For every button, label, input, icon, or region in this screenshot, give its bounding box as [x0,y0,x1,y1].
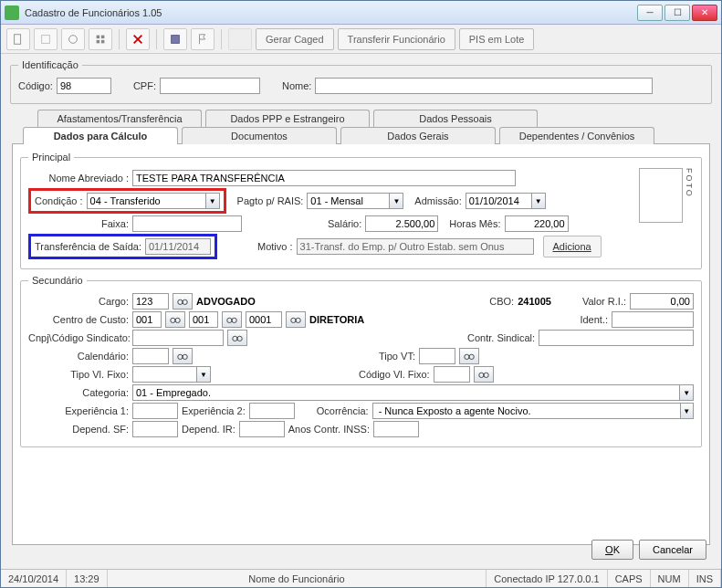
codigo-input[interactable] [57,78,111,94]
motivo-input [297,238,534,255]
binoculars-icon[interactable] [173,293,193,310]
toolbar-globe-icon[interactable] [61,28,85,50]
toolbar: Gerar Caged Transferir Funcionário PIS e… [1,25,721,54]
maximize-button[interactable]: ☐ [664,5,690,21]
app-window: Cadastro de Funcionários 1.05 ─ ☐ ✕ Gera… [0,0,722,588]
horas-mes-input[interactable] [505,215,569,232]
categoria-combo[interactable]: ▼ [132,384,694,401]
exp2-label: Experiência 2: [182,405,246,416]
motivo-label: Motivo : [257,241,293,252]
contr-sind-input[interactable] [539,330,694,346]
admissao-input[interactable] [466,193,531,209]
ocorrencia-input[interactable] [372,403,680,419]
svg-point-12 [171,318,175,322]
tab-dados-ppp[interactable]: Dados PPP e Estrangeiro [205,110,370,127]
transf-saida-label: Transferência de Saída: [35,241,141,252]
nome-abrev-input[interactable] [132,170,516,186]
binoculars-icon[interactable] [227,330,247,346]
chevron-down-icon[interactable]: ▼ [531,193,546,209]
toolbar-flag-icon[interactable] [191,28,215,50]
cc2-input[interactable] [189,311,218,328]
cargo-nome: ADVOGADO [196,296,256,307]
cc1-input[interactable] [132,311,162,328]
binoculars-icon[interactable] [173,348,193,364]
tipo-vl-fixo-input[interactable] [132,366,196,383]
svg-point-15 [232,318,236,322]
svg-point-21 [183,354,187,359]
tab-afastamentos[interactable]: Afastamentos/Transferência [37,110,202,127]
faixa-input[interactable] [132,215,242,232]
dep-sf-input[interactable] [132,421,178,437]
cnpj-sind-label: Cnpj\Código Sindicato: [28,332,129,343]
identificacao-legend: Identificação [18,59,82,70]
transferir-funcionario-button[interactable]: Transferir Funcionário [338,28,455,50]
exp2-input[interactable] [249,403,295,419]
ident-input[interactable] [612,311,694,328]
dep-sf-label: Depend. SF: [28,424,129,435]
tab-dados-calculo[interactable]: Dados para Cálculo [23,127,178,144]
chevron-down-icon[interactable]: ▼ [205,193,220,209]
status-caps: CAPS [608,570,651,587]
tipo-vl-fixo-combo[interactable]: ▼ [132,366,211,383]
cpf-label: CPF: [133,80,156,91]
valor-ri-input[interactable] [630,293,694,310]
cod-vl-fixo-input[interactable] [434,366,470,383]
categoria-input[interactable] [132,384,679,401]
binoculars-icon[interactable] [474,366,494,383]
condicao-input[interactable] [87,193,205,209]
tab-documentos[interactable]: Documentos [182,127,337,144]
cc3-input[interactable] [246,311,282,328]
nome-label: Nome: [282,80,311,91]
anos-inss-input[interactable] [373,421,419,437]
binoculars-icon[interactable] [222,311,242,328]
cancelar-button[interactable]: Cancelar [639,540,706,560]
binoculars-icon[interactable] [286,311,306,328]
svg-rect-4 [101,35,105,38]
cpf-input[interactable] [160,78,260,94]
tab-dependentes[interactable]: Dependentes / Convênios [499,127,654,144]
salario-input[interactable] [365,215,438,232]
close-button[interactable]: ✕ [692,5,717,21]
principal-legend: Principal [28,152,74,163]
ocorrencia-combo[interactable]: ▼ [372,403,694,419]
toolbar-save-icon[interactable] [163,28,187,50]
tab-dados-gerais[interactable]: Dados Gerais [340,127,496,144]
minimize-button[interactable]: ─ [637,5,663,21]
toolbar-delete-icon[interactable] [126,28,150,50]
admissao-combo[interactable]: ▼ [466,193,546,209]
ok-button[interactable]: OK [591,540,633,560]
chevron-down-icon[interactable]: ▼ [679,384,694,401]
condicao-combo[interactable]: ▼ [87,193,220,209]
binoculars-icon[interactable] [459,348,479,364]
toolbar-new-icon[interactable] [6,28,30,50]
binoculars-icon[interactable] [165,311,185,328]
pis-em-lote-button[interactable]: PIS em Lote [459,28,535,50]
svg-point-25 [484,373,488,377]
cnpj-sind-input[interactable] [132,330,224,346]
svg-rect-9 [172,35,180,43]
chevron-down-icon[interactable]: ▼ [196,366,211,383]
exp1-input[interactable] [132,403,178,419]
svg-rect-3 [97,35,100,38]
calendario-label: Calendário: [28,351,129,362]
cc-label: Centro de Custo: [28,314,129,325]
calendario-input[interactable] [132,348,169,364]
toolbar-disabled-icon [228,28,252,50]
toolbar-blank-icon[interactable] [34,28,58,50]
foto-placeholder[interactable] [639,168,683,223]
chevron-down-icon[interactable]: ▼ [680,403,694,419]
pagto-rais-input[interactable] [307,193,389,209]
chevron-down-icon[interactable]: ▼ [389,193,403,209]
cargo-cod-input[interactable] [132,293,169,310]
status-center: Nome do Funcionário [108,570,487,587]
pagto-rais-combo[interactable]: ▼ [307,193,403,209]
toolbar-grid-icon[interactable] [89,28,112,50]
tipo-vt-input[interactable] [419,348,455,364]
nome-input[interactable] [315,78,653,94]
anos-inss-label: Anos Contr. INSS: [288,424,370,435]
transf-saida-input[interactable] [145,238,211,255]
dep-ir-input[interactable] [239,421,285,437]
adiciona-button[interactable]: Adiciona [543,236,602,257]
tab-dados-pessoais[interactable]: Dados Pessoais [373,110,538,127]
gerar-caged-button[interactable]: Gerar Caged [256,28,334,50]
